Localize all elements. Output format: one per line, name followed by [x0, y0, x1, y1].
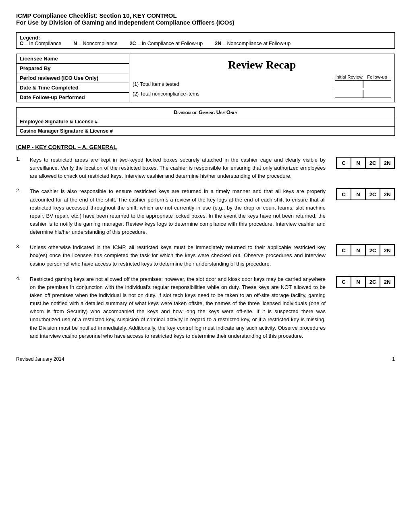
ir-fu-labels: Initial Review Follow-up [133, 75, 391, 79]
item-3-c[interactable]: C [336, 245, 351, 256]
division-box: Division of Gaming Use Only Employee Sig… [16, 107, 395, 136]
legend-box: Legend: C = In Compliance N = Noncomplia… [16, 32, 395, 49]
legend-item-n: N = Noncompliance [73, 41, 117, 46]
legend-item-2n: 2N = Noncompliance at Follow-up [215, 41, 291, 46]
initial-review-label: Initial Review [335, 75, 363, 79]
item-3-compliance: C N 2C 2N [336, 244, 395, 256]
item-4-number: 4. [16, 275, 23, 281]
legend-title: Legend: [20, 35, 40, 41]
item-3-2n[interactable]: 2N [380, 245, 394, 256]
item2-boxes [335, 90, 391, 98]
item-2-2n[interactable]: 2N [380, 189, 394, 200]
date-followup-label: Date Follow-up Performed [17, 93, 129, 102]
checklist-item-3: 3. Unless otherwise indicated in the ICM… [16, 243, 395, 268]
item-4-2n[interactable]: 2N [380, 276, 394, 288]
review-recap-title: Review Recap [228, 58, 296, 71]
legend-row: C = In Compliance N = Noncompliance 2C =… [20, 41, 391, 46]
item-1-n[interactable]: N [351, 157, 365, 168]
followup-label: Follow-up [363, 75, 391, 79]
item-1-2c[interactable]: 2C [365, 157, 380, 168]
checklist-item-1: 1. Keys to restricted areas are kept in … [16, 156, 395, 180]
checklist-item-2: 2. The cashier is also responsible to en… [16, 187, 395, 236]
item-2-text: The cashier is also responsible to ensur… [30, 187, 326, 236]
item2-box-fu[interactable] [363, 90, 391, 98]
item-3-n[interactable]: N [351, 245, 365, 256]
item-1-compliance: C N 2C 2N [336, 157, 395, 169]
item1-row: (1) Total items tested [133, 80, 391, 88]
header-table: Licensee Name Review Recap Initial Revie… [16, 54, 395, 102]
division-row2: Casino Manager Signature & License # [17, 127, 394, 135]
item-2-number: 2. [16, 187, 23, 193]
item2-box-ir[interactable] [335, 90, 363, 98]
item1-boxes [335, 80, 391, 88]
division-header: Division of Gaming Use Only [17, 108, 394, 117]
checklist-items: 1. Keys to restricted areas are kept in … [16, 156, 395, 340]
section-a-heading: ICMP - KEY CONTROL – A. GENERAL [16, 144, 395, 150]
item-3-text: Unless otherwise indicated in the ICMP, … [30, 243, 326, 268]
page-number: 1 [392, 356, 395, 362]
item-4-n[interactable]: N [351, 276, 365, 288]
item-2-compliance: C N 2C 2N [336, 188, 395, 200]
review-recap-cell: Review Recap Initial Review Follow-up (1… [129, 54, 395, 102]
item-1-text: Keys to restricted areas are kept in two… [30, 156, 326, 180]
revised-date: Revised January 2014 [16, 356, 64, 362]
item1-box-ir[interactable] [335, 80, 363, 88]
item-2-c[interactable]: C [336, 189, 351, 200]
page-title-section: ICMP Compliance Checklist: Section 10, K… [16, 12, 395, 26]
item-1-c[interactable]: C [336, 157, 351, 168]
licensee-name-label: Licensee Name [17, 54, 129, 64]
item-1-number: 1. [16, 156, 23, 162]
title-line2: For Use by Division of Gaming and Indepe… [16, 19, 395, 26]
item-2-2c[interactable]: 2C [365, 189, 380, 200]
item-3-2c[interactable]: 2C [365, 245, 380, 256]
item-4-c[interactable]: C [336, 276, 351, 288]
title-line1: ICMP Compliance Checklist: Section 10, K… [16, 12, 395, 19]
item1-label: (1) Total items tested [133, 81, 179, 87]
item-4-text: Restricted gaming keys are not allowed o… [30, 275, 326, 340]
checklist-item-4: 4. Restricted gaming keys are not allowe… [16, 275, 395, 340]
item-4-compliance: C N 2C 2N [336, 276, 395, 288]
item-3-number: 3. [16, 243, 23, 249]
item-4-2c[interactable]: 2C [365, 276, 380, 288]
period-reviewed-label: Period reviewed (ICO Use Only) [17, 73, 129, 83]
legend-item-c: C = In Compliance [20, 41, 61, 46]
item2-row: (2) Total noncompliance items [133, 90, 391, 98]
item-1-2n[interactable]: 2N [380, 157, 394, 168]
item-2-n[interactable]: N [351, 189, 365, 200]
item1-box-fu[interactable] [363, 80, 391, 88]
item2-label: (2) Total noncompliance items [133, 91, 199, 97]
division-row1: Employee Signature & License # [17, 117, 394, 127]
legend-item-2c: 2C = In Compliance at Follow-up [130, 41, 203, 46]
footer: Revised January 2014 1 [16, 356, 395, 362]
date-time-label: Date & Time Completed [17, 83, 129, 93]
prepared-by-label: Prepared By [17, 64, 129, 73]
